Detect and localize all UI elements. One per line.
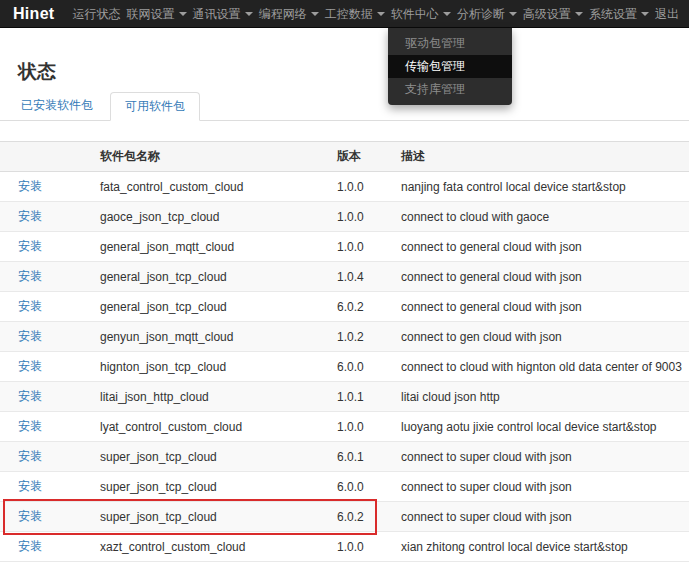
cell-description: connect to general cloud with json: [397, 292, 689, 322]
nav-item-label: 退出: [655, 0, 679, 28]
install-link[interactable]: 安装: [18, 239, 42, 253]
cell-package-name: general_json_tcp_cloud: [96, 292, 333, 322]
cell-description: nanjing fata control local device start&…: [397, 172, 689, 202]
cell-description: connect to general cloud with json: [397, 232, 689, 262]
cell-description: connect to super cloud with json: [397, 502, 689, 532]
main-content: 状态 已安装软件包可用软件包 软件包名称 版本 描述 安装fata_contro…: [0, 62, 689, 562]
table-row: 安装fata_control_custom_cloud1.0.0nanjing …: [0, 172, 689, 202]
chevron-down-icon: [443, 12, 451, 16]
table-row: 安装general_json_tcp_cloud6.0.2connect to …: [0, 292, 689, 322]
nav-item-8[interactable]: 系统设置: [589, 0, 649, 28]
table-row: 安装super_json_tcp_cloud6.0.2connect to su…: [0, 502, 689, 532]
install-link[interactable]: 安装: [18, 299, 42, 313]
cell-version: 6.0.0: [333, 472, 397, 502]
cell-action: 安装: [0, 292, 96, 322]
chevron-down-icon: [509, 12, 517, 16]
cell-version: 1.0.0: [333, 232, 397, 262]
nav-item-label: 系统设置: [589, 0, 637, 28]
nav-item-2[interactable]: 通讯设置: [193, 0, 253, 28]
dropdown-item-2[interactable]: 支持库管理: [388, 78, 512, 101]
col-header-version: 版本: [333, 142, 397, 172]
cell-description: connect to cloud with hignton old data c…: [397, 352, 689, 382]
cell-package-name: gaoce_json_tcp_cloud: [96, 202, 333, 232]
cell-action: 安装: [0, 382, 96, 412]
cell-package-name: xazt_control_custom_cloud: [96, 532, 333, 562]
cell-version: 1.0.0: [333, 532, 397, 562]
top-navbar: Hinet 运行状态联网设置通讯设置编程网络工控数据软件中心分析诊断高级设置系统…: [0, 0, 689, 28]
software-center-dropdown: 驱动包管理传输包管理支持库管理: [388, 28, 512, 105]
cell-package-name: hignton_json_tcp_cloud: [96, 352, 333, 382]
navbar-menu: 运行状态联网设置通讯设置编程网络工控数据软件中心分析诊断高级设置系统设置退出: [67, 0, 689, 28]
cell-version: 1.0.4: [333, 262, 397, 292]
nav-item-5[interactable]: 软件中心: [391, 0, 451, 28]
nav-item-label: 工控数据: [325, 0, 373, 28]
tab-0[interactable]: 已安装软件包: [6, 91, 108, 120]
install-link[interactable]: 安装: [18, 209, 42, 223]
cell-action: 安装: [0, 472, 96, 502]
chevron-down-icon: [311, 12, 319, 16]
table-row: 安装gaoce_json_tcp_cloud1.0.0connect to cl…: [0, 202, 689, 232]
chevron-down-icon: [377, 12, 385, 16]
nav-item-label: 运行状态: [73, 0, 121, 28]
brand-logo[interactable]: Hinet: [0, 5, 67, 23]
cell-action: 安装: [0, 352, 96, 382]
cell-description: connect to super cloud with json: [397, 472, 689, 502]
nav-item-0[interactable]: 运行状态: [73, 0, 121, 28]
cell-package-name: general_json_mqtt_cloud: [96, 232, 333, 262]
cell-package-name: super_json_tcp_cloud: [96, 472, 333, 502]
cell-package-name: lyat_control_custom_cloud: [96, 412, 333, 442]
cell-version: 1.0.2: [333, 322, 397, 352]
nav-item-label: 软件中心: [391, 0, 439, 28]
table-row: 安装litai_json_http_cloud1.0.1litai cloud …: [0, 382, 689, 412]
install-link[interactable]: 安装: [18, 479, 42, 493]
chevron-down-icon: [245, 12, 253, 16]
page-title: 状态: [18, 62, 689, 82]
cell-package-name: general_json_tcp_cloud: [96, 262, 333, 292]
install-link[interactable]: 安装: [18, 359, 42, 373]
cell-action: 安装: [0, 532, 96, 562]
nav-item-1[interactable]: 联网设置: [127, 0, 187, 28]
cell-package-name: genyun_json_mqtt_cloud: [96, 322, 333, 352]
nav-item-4[interactable]: 工控数据: [325, 0, 385, 28]
cell-description: xian zhitong control local device start&…: [397, 532, 689, 562]
package-tabs: 已安装软件包可用软件包: [0, 88, 689, 121]
table-row: 安装general_json_tcp_cloud1.0.4connect to …: [0, 262, 689, 292]
cell-action: 安装: [0, 412, 96, 442]
install-link[interactable]: 安装: [18, 539, 42, 553]
cell-action: 安装: [0, 322, 96, 352]
cell-version: 6.0.0: [333, 352, 397, 382]
install-link[interactable]: 安装: [18, 269, 42, 283]
nav-item-label: 高级设置: [523, 0, 571, 28]
table-row: 安装super_json_tcp_cloud6.0.1connect to su…: [0, 442, 689, 472]
nav-item-6[interactable]: 分析诊断: [457, 0, 517, 28]
cell-action: 安装: [0, 262, 96, 292]
nav-item-label: 编程网络: [259, 0, 307, 28]
cell-version: 1.0.0: [333, 172, 397, 202]
cell-version: 6.0.1: [333, 442, 397, 472]
install-link[interactable]: 安装: [18, 449, 42, 463]
cell-version: 1.0.0: [333, 202, 397, 232]
install-link[interactable]: 安装: [18, 389, 42, 403]
table-row: 安装xazt_control_custom_cloud1.0.0xian zhi…: [0, 532, 689, 562]
cell-description: luoyang aotu jixie control local device …: [397, 412, 689, 442]
cell-version: 6.0.2: [333, 292, 397, 322]
dropdown-item-0[interactable]: 驱动包管理: [388, 32, 512, 55]
col-header-name: 软件包名称: [96, 142, 333, 172]
install-link[interactable]: 安装: [18, 419, 42, 433]
cell-package-name: fata_control_custom_cloud: [96, 172, 333, 202]
cell-package-name: litai_json_http_cloud: [96, 382, 333, 412]
cell-package-name: super_json_tcp_cloud: [96, 502, 333, 532]
install-link[interactable]: 安装: [18, 509, 42, 523]
dropdown-item-1-active[interactable]: 传输包管理: [388, 55, 512, 78]
install-link[interactable]: 安装: [18, 329, 42, 343]
nav-item-3[interactable]: 编程网络: [259, 0, 319, 28]
chevron-down-icon: [179, 12, 187, 16]
nav-item-7[interactable]: 高级设置: [523, 0, 583, 28]
nav-item-9[interactable]: 退出: [655, 0, 679, 28]
cell-description: connect to super cloud with json: [397, 442, 689, 472]
cell-description: connect to gen cloud with json: [397, 322, 689, 352]
cell-description: connect to general cloud with json: [397, 262, 689, 292]
install-link[interactable]: 安装: [18, 179, 42, 193]
tab-1-active[interactable]: 可用软件包: [110, 92, 200, 121]
col-header-description: 描述: [397, 142, 689, 172]
